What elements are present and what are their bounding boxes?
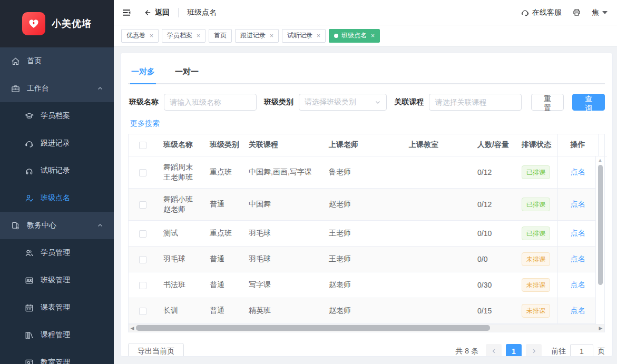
mode-tab[interactable]: 一对多 <box>130 62 156 83</box>
sidebar-item[interactable]: 班级点名 <box>0 184 114 212</box>
cell-capacity: 0/15 <box>471 298 515 323</box>
cell-classroom <box>403 188 471 220</box>
cell-status: 未排课 <box>515 272 557 298</box>
row-checkbox[interactable] <box>139 308 146 315</box>
view-tag[interactable]: 首页 × <box>209 29 232 43</box>
table-row: 书法班 普通 写字课 赵老师 0/30 未排课 点名 <box>129 272 607 298</box>
vertical-scroll-thumb[interactable] <box>598 165 603 285</box>
student-manage-icon <box>24 248 34 258</box>
card-footer: 导出当前页 共 8 条 1 前往 页 <box>128 343 605 357</box>
view-tag[interactable]: 试听记录 × <box>282 29 326 43</box>
sidebar-item[interactable]: 学员档案 <box>0 102 114 130</box>
vertical-scrollbar[interactable]: ▲ <box>595 156 604 324</box>
col-teacher: 上课老师 <box>322 134 403 156</box>
close-icon[interactable]: × <box>270 33 273 39</box>
cell-class-name: 长训 <box>157 298 203 323</box>
next-page-button[interactable] <box>526 344 542 357</box>
chevron-down-icon <box>375 99 381 105</box>
cell-status: 已排课 <box>515 188 557 220</box>
cell-category: 普通 <box>203 272 242 298</box>
class-name-label: 班级名称 <box>129 97 159 107</box>
table-row: 羽毛球 普通 羽毛球 王老师 0/0 未排课 点名 <box>129 246 607 272</box>
collapse-sidebar-icon[interactable] <box>121 7 132 18</box>
select-all-checkbox[interactable] <box>139 142 146 149</box>
roll-call-link[interactable]: 点名 <box>571 280 585 289</box>
mode-tabs: 一对多 一对一 <box>128 62 605 84</box>
view-tag[interactable]: 优惠卷 × <box>121 29 159 43</box>
sidebar-item[interactable]: 课程管理 <box>0 321 114 349</box>
horizontal-scroll-thumb[interactable] <box>136 325 490 331</box>
roll-call-link[interactable]: 点名 <box>571 254 585 263</box>
row-checkbox[interactable] <box>139 282 146 289</box>
close-icon[interactable]: × <box>371 33 375 39</box>
sidebar-menu: 首页 工作台 学员档案 <box>0 47 114 364</box>
close-icon[interactable]: × <box>197 33 200 39</box>
main-area: 返回 班级点名 在线客服 焦 <box>114 0 617 364</box>
export-button[interactable]: 导出当前页 <box>128 343 184 357</box>
cell-status: 未排课 <box>515 298 557 323</box>
sidebar-item[interactable]: 首页 <box>0 47 114 75</box>
sidebar-item[interactable]: 教室管理 <box>0 349 114 364</box>
cell-status: 已排课 <box>515 156 557 188</box>
sidebar-item[interactable]: 工作台 <box>0 75 114 102</box>
sidebar-item[interactable]: 教务中心 <box>0 212 114 239</box>
timetable-icon <box>24 303 34 313</box>
search-button[interactable]: 查询 <box>572 94 605 111</box>
print-button[interactable] <box>572 8 581 17</box>
sidebar-item[interactable]: 班级管理 <box>0 267 114 294</box>
class-name-input[interactable] <box>164 94 257 111</box>
row-checkbox[interactable] <box>139 169 146 176</box>
status-badge: 未排课 <box>522 278 550 292</box>
classroom-manage-icon <box>24 358 34 364</box>
cell-capacity: 0/0 <box>471 246 515 272</box>
class-category-select[interactable]: 请选择班级类别 <box>299 94 387 111</box>
sidebar: 小美优培 首页 工作台 <box>0 0 114 364</box>
row-checkbox[interactable] <box>139 201 146 209</box>
user-menu[interactable]: 焦 <box>592 8 608 17</box>
scroll-up-icon[interactable]: ▲ <box>598 156 603 164</box>
cell-courses: 中国舞 <box>242 188 322 220</box>
horizontal-scrollbar[interactable]: ◀ ▶ <box>129 324 604 332</box>
close-icon[interactable]: × <box>150 33 153 39</box>
cell-courses: 写字课 <box>242 272 322 298</box>
row-checkbox[interactable] <box>139 256 146 263</box>
chevron-down-icon <box>602 11 608 14</box>
goto-page-input[interactable] <box>570 344 593 357</box>
view-tag[interactable]: 班级点名 × <box>329 29 380 43</box>
back-button[interactable]: 返回 <box>143 8 170 17</box>
more-search-link[interactable]: 更多搜索 <box>130 119 160 129</box>
roll-call-link[interactable]: 点名 <box>571 306 585 314</box>
row-checkbox[interactable] <box>139 230 146 238</box>
student-archive-icon <box>24 111 34 121</box>
printer-icon <box>572 8 581 17</box>
cell-category: 普通 <box>203 298 242 323</box>
cell-teacher: 王老师 <box>322 220 403 246</box>
online-service-button[interactable]: 在线客服 <box>521 8 562 17</box>
col-classroom: 上课教室 <box>403 134 471 156</box>
topbar: 返回 班级点名 在线客服 焦 <box>114 0 617 25</box>
pagination: 共 8 条 1 前往 页 <box>455 344 605 357</box>
class-category-label: 班级类别 <box>264 97 293 107</box>
headset-icon <box>521 8 530 17</box>
workbench-icon <box>11 84 21 94</box>
sidebar-item[interactable]: 跟进记录 <box>0 130 114 157</box>
sidebar-item[interactable]: 试听记录 <box>0 157 114 184</box>
sidebar-item[interactable]: 课表管理 <box>0 294 114 321</box>
related-course-label: 关联课程 <box>394 97 424 107</box>
scroll-left-icon[interactable]: ◀ <box>129 326 136 331</box>
view-tag[interactable]: 跟进记录 × <box>235 29 279 43</box>
view-tag[interactable]: 学员档案 × <box>162 29 205 43</box>
roll-call-link[interactable]: 点名 <box>571 200 585 208</box>
cell-courses: 中国舞,画画,写字课 <box>242 156 322 188</box>
roll-call-link[interactable]: 点名 <box>571 229 585 237</box>
related-course-input[interactable] <box>429 94 522 111</box>
roll-call-link[interactable]: 点名 <box>571 168 585 176</box>
prev-page-button[interactable] <box>486 344 502 357</box>
sidebar-item[interactable]: 学员管理 <box>0 239 114 267</box>
cell-category: 重点班 <box>203 220 242 246</box>
reset-button[interactable]: 重置 <box>531 94 564 111</box>
close-icon[interactable]: × <box>317 33 320 39</box>
mode-tab[interactable]: 一对一 <box>174 62 200 83</box>
page-number-active[interactable]: 1 <box>506 344 522 357</box>
scroll-right-icon[interactable]: ▶ <box>597 326 604 331</box>
